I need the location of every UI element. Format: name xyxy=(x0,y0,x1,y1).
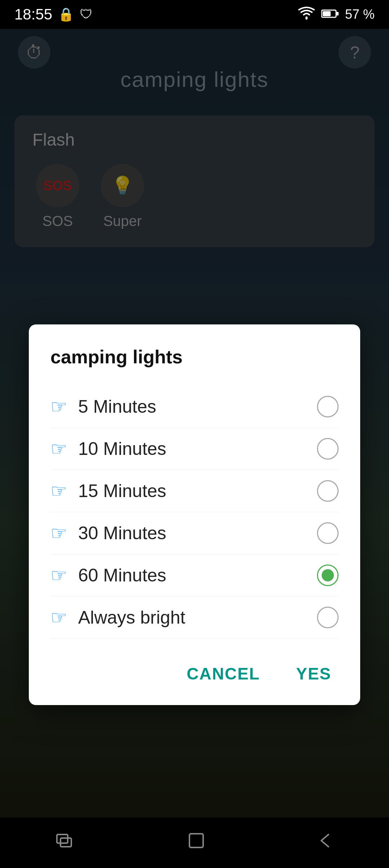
option-label-5: 5 Minutes xyxy=(78,396,156,417)
option-left-15: ☞ 15 Minutes xyxy=(50,480,166,502)
option-30-minutes[interactable]: ☞ 30 Minutes xyxy=(50,512,339,554)
radio-5[interactable] xyxy=(317,396,339,417)
option-label-10: 10 Minutes xyxy=(78,438,166,459)
radio-dot-60 xyxy=(322,569,334,581)
option-10-minutes[interactable]: ☞ 10 Minutes xyxy=(50,428,339,470)
battery-percent: 57 % xyxy=(345,7,375,22)
radio-always[interactable] xyxy=(317,607,339,628)
recent-apps-icon[interactable] xyxy=(55,832,77,854)
option-left-10: ☞ 10 Minutes xyxy=(50,438,166,460)
back-icon[interactable] xyxy=(316,832,334,854)
option-label-60: 60 Minutes xyxy=(78,565,166,586)
radio-10[interactable] xyxy=(317,438,339,460)
hand-icon-10: ☞ xyxy=(50,438,67,460)
option-label-always: Always bright xyxy=(78,607,185,628)
navigation-bar xyxy=(0,818,389,868)
status-left: 18:55 🔒 🛡 xyxy=(14,6,93,23)
lock-icon: 🔒 xyxy=(58,7,74,22)
radio-60[interactable] xyxy=(317,564,339,586)
svg-rect-3 xyxy=(323,11,331,16)
status-right: 57 % xyxy=(298,6,375,23)
wifi-icon xyxy=(298,6,316,23)
status-bar: 18:55 🔒 🛡 57 % xyxy=(0,0,389,29)
dialog-actions: CANCEL YES xyxy=(50,653,339,687)
dialog-title: camping lights xyxy=(50,346,339,368)
hand-icon-60: ☞ xyxy=(50,564,67,586)
battery-icon xyxy=(321,7,339,22)
status-time: 18:55 xyxy=(14,6,52,23)
hand-icon-5: ☞ xyxy=(50,396,67,417)
option-left-60: ☞ 60 Minutes xyxy=(50,564,166,586)
option-label-30: 30 Minutes xyxy=(78,523,166,544)
hand-icon-always: ☞ xyxy=(50,607,67,628)
option-always-bright[interactable]: ☞ Always bright xyxy=(50,597,339,639)
radio-15[interactable] xyxy=(317,480,339,502)
svg-rect-2 xyxy=(336,12,339,15)
cancel-button[interactable]: CANCEL xyxy=(179,660,267,687)
option-left-30: ☞ 30 Minutes xyxy=(50,522,166,544)
svg-point-0 xyxy=(305,17,308,19)
option-left-5: ☞ 5 Minutes xyxy=(50,396,156,417)
home-icon[interactable] xyxy=(187,831,206,855)
shield-icon: 🛡 xyxy=(80,7,93,22)
yes-button[interactable]: YES xyxy=(289,660,339,687)
svg-rect-6 xyxy=(189,834,203,847)
hand-icon-30: ☞ xyxy=(50,522,67,544)
option-60-minutes[interactable]: ☞ 60 Minutes xyxy=(50,554,339,597)
option-5-minutes[interactable]: ☞ 5 Minutes xyxy=(50,386,339,428)
camping-lights-dialog: camping lights ☞ 5 Minutes ☞ 10 Minutes … xyxy=(29,324,360,705)
option-left-always: ☞ Always bright xyxy=(50,607,185,628)
radio-30[interactable] xyxy=(317,522,339,544)
option-15-minutes[interactable]: ☞ 15 Minutes xyxy=(50,470,339,512)
option-label-15: 15 Minutes xyxy=(78,480,166,501)
hand-icon-15: ☞ xyxy=(50,480,67,502)
